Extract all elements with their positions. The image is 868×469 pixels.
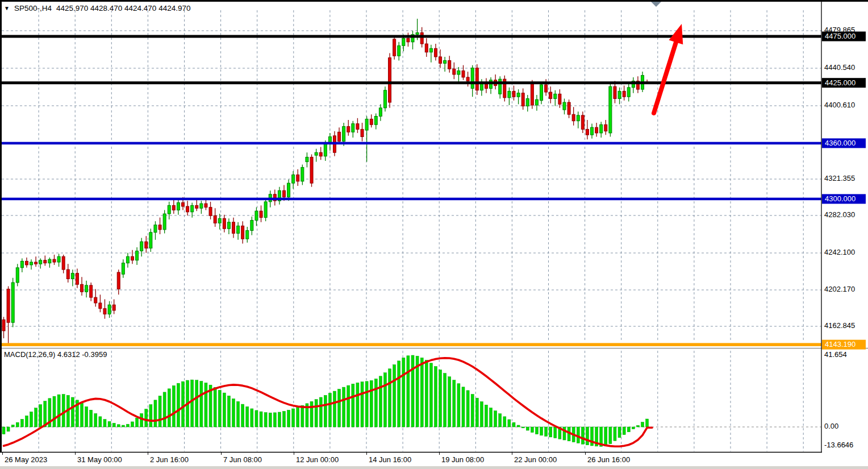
chart-surface[interactable]: 4479.8654440.5404400.6104321.3554282.030… [0, 0, 868, 469]
candle-body [407, 38, 410, 42]
candle-body [227, 222, 230, 229]
candle-body [301, 167, 304, 181]
macd-histogram-bar [278, 412, 281, 427]
candle-body [25, 261, 28, 265]
macd-histogram-bar [389, 369, 391, 427]
level-line-4360.000[interactable] [0, 142, 821, 145]
candle-body [200, 204, 203, 208]
candle-body [420, 32, 423, 44]
candle-body [122, 263, 124, 275]
level-line-4143.190[interactable] [0, 343, 821, 346]
macd-histogram-bar [475, 398, 478, 427]
candle-body [126, 256, 129, 263]
macd-histogram-bar [338, 389, 341, 427]
candle-body [103, 309, 106, 314]
macd-histogram-bar [434, 367, 437, 427]
level-line-4300.000[interactable] [0, 198, 821, 201]
macd-histogram-bar [297, 407, 299, 427]
macd-histogram-bar [352, 384, 354, 427]
candle-body [186, 206, 189, 212]
candle-body [549, 92, 552, 98]
macd-histogram-bar [420, 358, 423, 427]
macd-histogram-bar [39, 405, 42, 427]
candle [389, 53, 391, 107]
macd-histogram-bar [535, 427, 538, 434]
candle-body [429, 48, 432, 52]
candle-body [338, 132, 341, 141]
macd-histogram-bar [25, 416, 28, 427]
macd-histogram-bar [333, 391, 336, 427]
candle-body [71, 273, 74, 279]
macd-histogram-bar [131, 422, 134, 427]
macd-histogram-bar [158, 396, 161, 427]
candle-body [563, 102, 566, 110]
candle-body [310, 157, 313, 183]
candle-body [439, 57, 442, 63]
candle-body [379, 108, 382, 117]
window-bottom-strip [0, 466, 868, 469]
candle-body [453, 69, 456, 74]
candle-body [90, 285, 93, 297]
macd-histogram-bar [112, 423, 115, 427]
macd-histogram-bar [246, 406, 249, 427]
candle-body [462, 70, 465, 77]
candle-body [62, 256, 65, 269]
macd-histogram-bar [255, 410, 258, 427]
candle-body [287, 183, 290, 197]
candle-body [140, 242, 143, 251]
candle-body [191, 205, 194, 211]
macd-histogram-bar [554, 427, 557, 438]
macd-histogram-bar [99, 417, 102, 427]
candle-body [416, 32, 419, 34]
candle-body [315, 152, 318, 155]
macd-histogram-bar [517, 425, 520, 427]
candle-body [264, 202, 267, 218]
macd-histogram-bar [521, 427, 524, 428]
macd-histogram-bar [94, 413, 97, 427]
candle-body [567, 102, 570, 114]
candle-body [499, 79, 502, 94]
candle-body [158, 225, 161, 230]
macd-histogram-bar [126, 424, 129, 427]
macd-histogram-bar [609, 427, 612, 444]
candle-body [402, 38, 405, 45]
macd-histogram-bar [140, 413, 143, 427]
macd-histogram-bar [287, 410, 290, 427]
symbol-dropdown-icon[interactable]: ▼ [4, 6, 10, 11]
macd-histogram-bar [531, 427, 533, 433]
candle-body [246, 231, 249, 239]
level-line-4425.000[interactable] [0, 81, 821, 84]
candle-body [232, 222, 235, 234]
candle-body [112, 305, 115, 310]
macd-histogram-bar [85, 406, 88, 427]
price-badge-label: 4360.000 [825, 139, 856, 147]
price-badge-label: 4425.000 [825, 78, 856, 87]
macd-histogram-bar [512, 422, 515, 427]
macd-histogram-bar [2, 427, 5, 434]
candle-body [558, 94, 561, 104]
time-axis-label: 12 Jun 00:00 [296, 455, 339, 464]
price-badge-label: 4143.190 [825, 340, 856, 348]
macd-histogram-bar [402, 358, 405, 427]
candle-body [136, 251, 139, 260]
macd-histogram-bar [324, 395, 327, 427]
candle-body [297, 175, 299, 181]
macd-histogram-bar [237, 401, 240, 427]
candle [393, 36, 396, 60]
candle-body [512, 91, 515, 97]
candle-body [554, 94, 557, 98]
macd-histogram-bar [163, 392, 166, 427]
macd-histogram-bar [90, 410, 93, 427]
macd-histogram-bar [540, 427, 543, 435]
candle-body [214, 215, 216, 223]
price-axis-label: 4282.030 [824, 210, 855, 219]
candle-body [614, 86, 616, 98]
time-axis-label: 22 Jun 00:00 [514, 455, 557, 464]
macd-histogram-bar [328, 393, 331, 427]
macd-histogram-bar [581, 427, 584, 444]
level-line-4475.000[interactable] [0, 35, 821, 38]
macd-histogram-bar [44, 401, 47, 427]
candle-body [44, 260, 47, 263]
candle-body [16, 268, 19, 283]
macd-histogram-bar [485, 405, 487, 427]
